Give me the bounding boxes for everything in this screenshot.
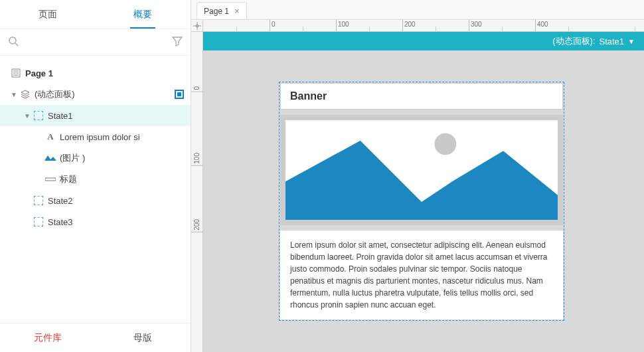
tree-page[interactable]: Page 1 (0, 62, 191, 84)
state-icon (32, 111, 45, 120)
sidebar-top-tabs: 页面 概要 (0, 0, 191, 29)
tree-dynamic-panel[interactable]: ▼ (动态面板) (0, 84, 191, 105)
sidebar-bottom-tabs: 元件库 母版 (0, 323, 191, 352)
tree-text-widget[interactable]: A Lorem ipsum dolor si (0, 126, 191, 147)
tree-state1[interactable]: ▼ State1 (0, 105, 191, 126)
filter-icon[interactable] (172, 36, 183, 48)
tab-pages[interactable]: 页面 (0, 0, 96, 29)
tree-title-widget-label: 标题 (60, 173, 184, 185)
caret-icon: ▼ (9, 91, 19, 98)
ruler-h-tick: 100 (336, 20, 349, 31)
svg-rect-6 (45, 178, 56, 181)
ruler-h-tick: 200 (402, 20, 416, 31)
tree-page-label: Page 1 (25, 68, 184, 78)
tree-state3-label: State3 (48, 217, 184, 227)
ruler-v-tick: 200 (191, 219, 202, 232)
state-header-state: State1 (600, 37, 625, 46)
ruler-h-tick: 300 (469, 20, 482, 31)
search-icon[interactable] (8, 36, 19, 48)
layers-icon (19, 89, 32, 100)
state-header[interactable]: (动态面板): State1 ▼ (203, 32, 644, 50)
tree-dynamic-panel-label: (动态面板) (35, 88, 175, 100)
selected-panel-outline[interactable]: Banner Lorem ipsum dolor sit amet, conse… (279, 82, 564, 321)
tree-state2-label: State2 (48, 196, 184, 206)
image-placeholder-inner (285, 120, 558, 220)
left-sidebar: 页面 概要 Page 1 ▼ (0, 0, 191, 352)
page-icon (9, 68, 23, 78)
banner-title-text: Banner (290, 90, 553, 102)
state-icon (32, 196, 45, 205)
ruler-v-tick: 0 (191, 86, 202, 92)
tree-state3[interactable]: State3 (0, 211, 191, 232)
text-icon: A (44, 132, 57, 142)
heading-icon (44, 176, 57, 183)
document-tab-label: Page 1 (204, 7, 229, 16)
tab-outline[interactable]: 概要 (96, 0, 191, 29)
ruler-origin[interactable] (191, 20, 203, 32)
tree-text-widget-label: Lorem ipsum dolor si (60, 132, 184, 142)
outline-tree: Page 1 ▼ (动态面板) ▼ State1 A Lorem ips (0, 56, 191, 323)
tree-state1-label: State1 (48, 111, 184, 121)
tree-title-widget[interactable]: 标题 (0, 169, 191, 190)
tab-masters[interactable]: 母版 (96, 323, 191, 352)
tree-image-widget[interactable]: (图片 ) (0, 147, 191, 169)
document-tab-page1[interactable]: Page 1 × (197, 2, 247, 19)
outline-search-row (0, 29, 191, 56)
tab-widgets[interactable]: 元件库 (0, 323, 96, 352)
ruler-h-tick: 0 (270, 20, 276, 31)
tree-image-widget-label: (图片 ) (60, 152, 184, 164)
ruler-horizontal[interactable]: 0 100 200 300 400 (203, 20, 644, 32)
svg-point-0 (9, 37, 16, 44)
ruler-h-tick: 400 (535, 20, 548, 31)
ruler-v-tick: 100 (191, 153, 202, 166)
main-area: Page 1 × 0 100 200 300 400 0 100 200 (动态… (191, 0, 644, 352)
state-header-prefix: (动态面板): (552, 35, 595, 47)
image-icon (44, 154, 57, 162)
state-icon (32, 217, 45, 226)
image-placeholder[interactable] (280, 115, 563, 225)
chevron-down-icon: ▼ (628, 38, 635, 45)
mountains-shape (285, 141, 558, 220)
sun-icon (434, 133, 456, 155)
document-tabbar: Page 1 × (191, 0, 644, 20)
banner-title-box[interactable]: Banner (280, 83, 563, 110)
ruler-vertical[interactable]: 0 100 200 (191, 32, 203, 352)
tree-state2[interactable]: State2 (0, 190, 191, 211)
caret-icon: ▼ (23, 112, 32, 120)
body-text-widget[interactable]: Lorem ipsum dolor sit amet, consectetur … (280, 230, 563, 319)
svg-line-1 (15, 43, 18, 46)
selection-indicator-icon (175, 90, 184, 99)
close-icon[interactable]: × (234, 6, 240, 16)
canvas[interactable]: (动态面板): State1 ▼ Banner Lorem (203, 32, 644, 352)
